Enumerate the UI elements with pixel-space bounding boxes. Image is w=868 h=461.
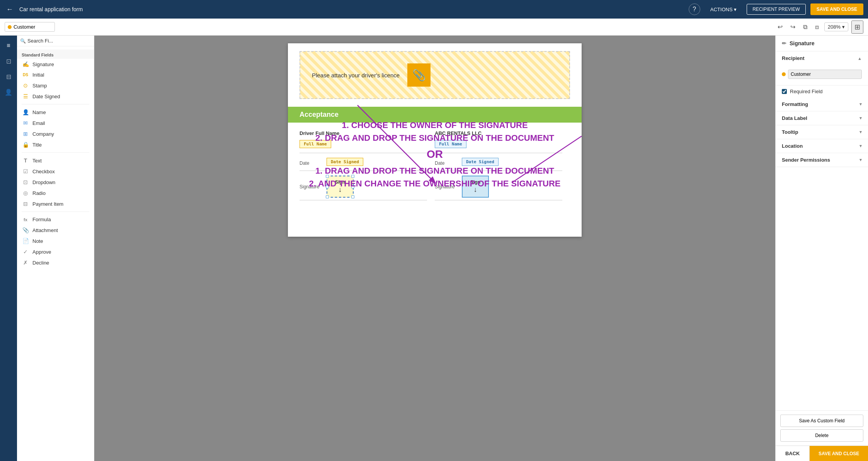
zoom-control[interactable]: 208% ▾: [824, 22, 848, 31]
left-nav-pages-icon[interactable]: ⊟: [2, 70, 15, 84]
rp-recipient-dropdown[interactable]: Customer: [788, 70, 862, 79]
dropdown-field-item[interactable]: ⊡ Dropdown: [17, 177, 94, 188]
rp-tooltip-header[interactable]: Tooltip ▾: [776, 125, 868, 139]
attachment-section: Please attach your driver's licence 📎: [300, 51, 570, 99]
company-field-item[interactable]: ⊞ Company: [17, 128, 94, 139]
fields-list: Standard Fields ✍ Signature DS Initial ⊙…: [17, 46, 94, 461]
radio-icon: ◎: [22, 190, 29, 196]
top-nav: ← Car rental application form ? ACTIONS …: [0, 0, 868, 19]
signature-field-item[interactable]: ✍ Signature: [17, 59, 94, 70]
decline-icon: ✗: [22, 260, 29, 266]
text-icon: T: [22, 157, 29, 164]
formula-field-item[interactable]: fx Formula: [17, 214, 94, 225]
handle-mr[interactable]: [351, 185, 354, 188]
title-field-item[interactable]: 🔒 Title: [17, 139, 94, 150]
handle-tr[interactable]: [351, 175, 354, 178]
email-label: Email: [32, 120, 45, 126]
rp-recipient-content: Customer: [776, 65, 868, 85]
search-icon: 🔍: [20, 38, 26, 44]
delete-button[interactable]: Delete: [780, 429, 863, 442]
col2-date-label: Date: [435, 160, 462, 166]
rp-data-label-section: Data Label ▾: [776, 111, 868, 125]
left-nav-recipients-icon[interactable]: 👤: [2, 85, 15, 99]
initial-field-item[interactable]: DS Initial: [17, 70, 94, 80]
decline-field-item[interactable]: ✗ Decline: [17, 257, 94, 268]
left-nav: ≡ ⊡ ⊟ 👤: [0, 36, 17, 461]
rp-recipient-header[interactable]: Recipient ▲: [776, 51, 868, 65]
copy-button[interactable]: ⧉: [801, 22, 810, 32]
text-field-item[interactable]: T Text: [17, 155, 94, 166]
attachment-icon: 📎: [412, 69, 426, 82]
col1-signature-box[interactable]: Sign ↓: [327, 176, 354, 198]
undo-button[interactable]: ↩: [775, 22, 785, 32]
recipient-dropdown[interactable]: Customer: [5, 22, 55, 32]
payment-item-field-item[interactable]: ⊟ Payment Item: [17, 198, 94, 209]
handle-bl[interactable]: [326, 195, 329, 198]
rp-formatting-header[interactable]: Formatting ▾: [776, 97, 868, 111]
col2-title: ABC RENTALS LLC: [435, 130, 562, 136]
pencil-icon: ✏: [782, 40, 786, 46]
document-page: Please attach your driver's licence 📎 Ac…: [288, 43, 582, 237]
date-signed-field-item[interactable]: ☰ Date Signed: [17, 91, 94, 102]
rp-data-label-header[interactable]: Data Label ▾: [776, 111, 868, 125]
stamp-field-item[interactable]: ⊙ Stamp: [17, 80, 94, 91]
name-field-item[interactable]: 👤 Name: [17, 107, 94, 118]
col2-signature-box[interactable]: Sign ↓: [462, 176, 489, 198]
attachment-field-item[interactable]: 📎 Attachment: [17, 225, 94, 236]
handle-tl[interactable]: [326, 175, 329, 178]
note-field-item[interactable]: 📄 Note: [17, 236, 94, 246]
rp-location-section: Location ▾: [776, 139, 868, 153]
formatting-chevron-icon: ▾: [859, 102, 862, 107]
initial-icon: DS: [22, 73, 29, 77]
paste-button[interactable]: ⧈: [813, 22, 821, 32]
handle-ml[interactable]: [326, 185, 329, 188]
top-save-close-button[interactable]: SAVE AND CLOSE: [810, 3, 863, 15]
approve-field-item[interactable]: ✓ Approve: [17, 246, 94, 257]
back-button-rp[interactable]: BACK: [776, 446, 810, 461]
email-field-item[interactable]: ✉ Email: [17, 118, 94, 128]
recipient-preview-button[interactable]: RECIPIENT PREVIEW: [747, 4, 805, 15]
layout-button[interactable]: ⊞: [851, 20, 863, 34]
search-input[interactable]: [27, 38, 92, 44]
recipient-row: Customer: [782, 68, 862, 80]
date-signed-icon: ☰: [22, 93, 29, 99]
left-nav-fields-icon[interactable]: ≡: [2, 39, 15, 53]
stamp-label: Stamp: [32, 83, 47, 89]
radio-field-item[interactable]: ◎ Radio: [17, 188, 94, 198]
rp-recipient-dot: [782, 72, 786, 76]
text-label: Text: [32, 158, 42, 164]
date-signed-label: Date Signed: [32, 94, 60, 99]
rp-bottom-buttons: Save As Custom Field Delete: [776, 410, 868, 446]
company-icon: ⊞: [22, 131, 29, 137]
left-nav-templates-icon[interactable]: ⊡: [2, 54, 15, 68]
actions-button[interactable]: ACTIONS ▾: [705, 4, 742, 15]
help-button[interactable]: ?: [689, 3, 700, 15]
col1-sig-label: Signature: [300, 184, 327, 190]
note-icon: 📄: [22, 238, 29, 244]
col2-sign-arrow: ↓: [474, 186, 477, 194]
attachment-text: Please attach your driver's licence: [312, 72, 400, 79]
save-custom-field-button[interactable]: Save As Custom Field: [780, 415, 863, 427]
rp-sender-permissions-header[interactable]: Sender Permissions ▾: [776, 153, 868, 167]
rp-location-header[interactable]: Location ▾: [776, 139, 868, 153]
formula-label: Formula: [32, 217, 51, 222]
canvas-content: Please attach your driver's licence 📎 Ac…: [94, 36, 775, 461]
redo-button[interactable]: ↪: [788, 22, 798, 32]
col1-title: Driver Full Name: [300, 130, 427, 136]
title-label: Title: [32, 142, 42, 148]
col1-sign-label: Sign: [335, 179, 345, 185]
save-close-button-rp[interactable]: SAVE AND CLOSE: [810, 446, 868, 461]
required-checkbox[interactable]: [782, 89, 787, 94]
col2-signature-row: Signature Sign ↓: [435, 176, 562, 200]
formula-icon: fx: [22, 217, 29, 222]
right-panel: ✏ Signature Recipient ▲ Customer Require…: [775, 36, 868, 461]
rp-tooltip-section: Tooltip ▾: [776, 125, 868, 139]
back-button[interactable]: ←: [5, 4, 15, 15]
required-field-row: Required Field: [776, 85, 868, 97]
col2-sign-label: Sign: [470, 179, 480, 185]
acceptance-col-1: Driver Full Name Full Name Date Date Sig…: [300, 130, 435, 205]
col1-signature-row: Signature Sign ↓: [300, 176, 427, 200]
col1-date-row: Date Date Signed: [300, 158, 427, 171]
checkbox-field-item[interactable]: ☑ Checkbox: [17, 166, 94, 177]
handle-br[interactable]: [351, 195, 354, 198]
